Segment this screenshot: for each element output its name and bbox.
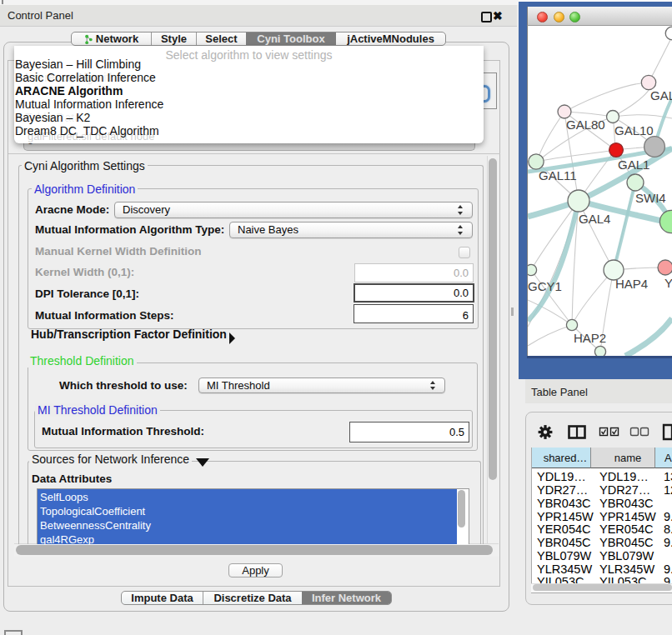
svg-text:GCY1: GCY1 [528, 279, 562, 293]
svg-text:GAL10: GAL10 [614, 123, 654, 138]
svg-text:HAP4: HAP4 [615, 277, 648, 291]
svg-text:GAL4: GAL4 [579, 212, 610, 226]
svg-text:GAL80: GAL80 [566, 118, 605, 132]
svg-text:GAL7: GAL7 [650, 88, 672, 102]
svg-text:GAL1: GAL1 [618, 158, 649, 172]
svg-text:SWI4: SWI4 [635, 191, 666, 205]
svg-text:Y: Y [664, 276, 672, 290]
svg-text:GAL11: GAL11 [539, 168, 577, 182]
svg-text:HAP2: HAP2 [574, 331, 606, 345]
